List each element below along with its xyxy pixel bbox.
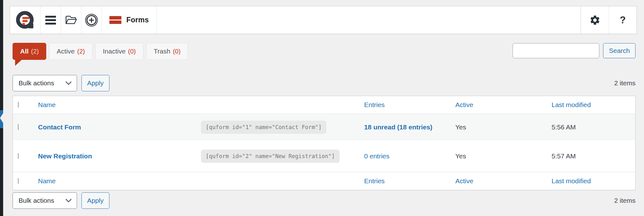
column-footer-entries[interactable]: Entries: [364, 177, 385, 185]
column-footer-active[interactable]: Active: [455, 177, 473, 185]
search-area: Search: [513, 43, 636, 58]
apply-button[interactable]: Apply: [81, 192, 109, 209]
filter-tab-inactive[interactable]: Inactive (0): [95, 43, 143, 60]
plus-circle-icon: [85, 14, 98, 27]
forms-red-bars-icon: [109, 16, 121, 24]
open-forms-button[interactable]: [61, 6, 81, 34]
bulk-actions-selected-value: Bulk actions: [19, 197, 54, 204]
search-input[interactable]: [513, 43, 599, 58]
quform-logo-button[interactable]: [10, 6, 41, 34]
filter-count: (2): [31, 48, 39, 55]
last-modified-value: 5:56 AM: [552, 123, 576, 131]
filter-count: (0): [173, 48, 180, 55]
bulk-actions-selected-value: Bulk actions: [19, 79, 54, 87]
column-header-entries[interactable]: Entries: [364, 101, 385, 108]
hamburger-menu-icon: [45, 16, 56, 25]
bulk-actions-select[interactable]: Bulk actions: [13, 75, 77, 91]
forms-page-title-cell[interactable]: Forms: [102, 6, 157, 34]
form-name-link[interactable]: New Registration: [38, 152, 92, 160]
filter-tab-all[interactable]: All (2): [13, 43, 46, 60]
toolbar-spacer: [157, 6, 581, 34]
admin-menu-strip: [0, 0, 3, 216]
column-footer-last-modified[interactable]: Last modified: [552, 177, 591, 185]
add-form-button[interactable]: [81, 6, 102, 34]
filter-count: (0): [128, 48, 136, 55]
chevron-down-icon: [65, 199, 72, 202]
forms-list-table: Name Entries Active Last modified Contac…: [13, 96, 636, 190]
menu-button[interactable]: [41, 6, 61, 34]
page-title: Forms: [126, 16, 149, 24]
settings-button[interactable]: [581, 6, 609, 34]
shortcode-badge: [quform id="2" name="New Registration"]: [201, 150, 340, 163]
filter-tab-trash[interactable]: Trash (0): [146, 43, 188, 60]
filter-count: (2): [77, 48, 85, 55]
select-all-checkbox[interactable]: [18, 102, 19, 108]
gear-icon: [589, 14, 601, 26]
filter-label: Active: [57, 48, 75, 55]
quform-logo-icon: [15, 10, 35, 30]
search-button[interactable]: Search: [603, 43, 636, 58]
table-footer-row: Name Entries Active Last modified: [13, 172, 635, 190]
row-checkbox[interactable]: [18, 124, 19, 130]
bulk-actions-bar-bottom: Bulk actions Apply 2 items: [13, 192, 636, 209]
filter-tab-active[interactable]: Active (2): [49, 43, 92, 60]
last-modified-value: 5:57 AM: [552, 152, 576, 160]
select-all-checkbox[interactable]: [18, 178, 19, 184]
column-header-last-modified[interactable]: Last modified: [552, 101, 591, 108]
row-checkbox[interactable]: [18, 153, 19, 159]
chevron-down-icon: [65, 81, 72, 85]
bulk-actions-select[interactable]: Bulk actions: [13, 192, 77, 209]
filter-label: Trash: [154, 48, 170, 55]
help-button[interactable]: ?: [609, 6, 636, 34]
question-mark-icon: ?: [620, 14, 626, 26]
open-folder-icon: [65, 15, 77, 26]
items-count: 2 items: [614, 197, 636, 204]
table-row: New Registration [quform id="2" name="Ne…: [13, 140, 635, 172]
shortcode-badge: [quform id="1" name="Contact Form"]: [201, 121, 326, 134]
table-header-row: Name Entries Active Last modified: [13, 96, 635, 114]
active-value: Yes: [455, 152, 466, 160]
entries-link[interactable]: 0 entries: [364, 152, 390, 160]
form-name-link[interactable]: Contact Form: [38, 123, 81, 131]
entries-link[interactable]: 18 unread (18 entries): [364, 123, 432, 131]
column-footer-name[interactable]: Name: [38, 177, 56, 185]
column-header-active[interactable]: Active: [455, 101, 473, 108]
filter-label: Inactive: [103, 48, 125, 55]
bulk-actions-bar-top: Bulk actions Apply 2 items: [13, 75, 636, 91]
filter-label: All: [20, 48, 29, 55]
items-count: 2 items: [614, 79, 636, 87]
active-value: Yes: [455, 123, 466, 131]
forms-toolbar: Forms ?: [10, 6, 637, 34]
column-header-name[interactable]: Name: [38, 101, 56, 108]
table-row: Contact Form [quform id="1" name="Contac…: [13, 114, 635, 140]
current-page-arrow: [0, 113, 3, 123]
status-filter-tabs: All (2) Active (2) Inactive (0) Trash (0…: [13, 43, 188, 60]
apply-button[interactable]: Apply: [81, 75, 109, 91]
